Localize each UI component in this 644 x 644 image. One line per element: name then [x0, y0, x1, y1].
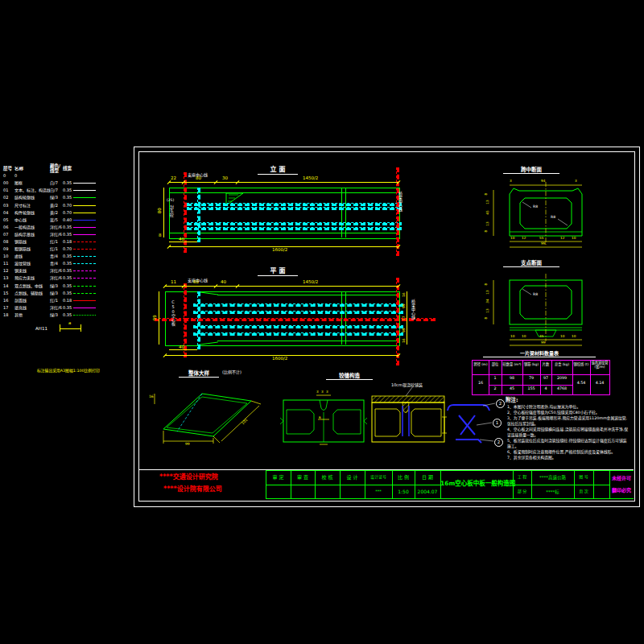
- layer-id: 15: [3, 291, 14, 295]
- dim-label: 3: [510, 180, 512, 183]
- dim-label: 99: [402, 328, 407, 332]
- dim-label: 94: [541, 180, 545, 183]
- material-table: 跨径 (m) 部位 砼数量 (m³) 钢筋 (kg) 片数 总重 (kg) 钢绞…: [472, 360, 610, 395]
- dim-label: 40: [179, 237, 184, 242]
- layer-id: 14: [3, 284, 14, 288]
- layer-color: 洋红/6: [50, 225, 63, 229]
- company-name-1: ****交通设计研究院: [159, 474, 218, 481]
- dim-sample-line: [60, 328, 80, 329]
- tendon-line: [187, 207, 402, 210]
- dim-label: 13: [486, 200, 489, 204]
- layer-name: 钢束线: [14, 269, 50, 273]
- layer-row[interactable]: 00 图框 白/7 0.35: [3, 180, 100, 187]
- layer-row[interactable]: 12 钢束线 洋红/6 0.35: [3, 267, 100, 275]
- layer-legend: 层号 名称 颜色/线型 线宽 0 0 00 图框 白/7: [3, 165, 100, 319]
- layer-name: 尺寸标注: [14, 204, 50, 208]
- tendon-line: [187, 227, 402, 230]
- layer-color: 青/4: [50, 254, 63, 258]
- layer-row[interactable]: 11 波纹管线 青/4 0.35: [3, 260, 100, 267]
- dim-label: 8: [485, 193, 488, 196]
- table-grid-line: [473, 374, 609, 375]
- layer-line-sample: [73, 278, 96, 279]
- dim-label: 8: [485, 317, 488, 320]
- layer-row[interactable]: 07 结构示意线 洋红/6 0.35: [3, 231, 100, 238]
- layer-weight: 0.40: [63, 218, 73, 222]
- layer-line-sample: [73, 183, 96, 184]
- notes-list: 1、本图尺寸除注明者外,均以厘米为单位。 2、空心板砼强度等级为C50,铰缝采用…: [507, 405, 630, 462]
- layer-line-sample: [73, 220, 96, 221]
- layer-row[interactable]: 16 剖面线 红/1 0.18: [3, 297, 100, 304]
- dim-label: 10: [522, 335, 526, 338]
- dim-line: [169, 182, 398, 183]
- layer-row[interactable]: 17 填充线 洋红/6 0.35: [3, 304, 100, 312]
- layer-name: 填充线: [14, 306, 50, 310]
- layer-color: 红/1: [50, 240, 63, 244]
- plan-edge-line: [217, 341, 398, 341]
- layer-weight: 0.35: [63, 291, 73, 295]
- layer-row[interactable]: 08 钢筋线 红/1 0.18: [3, 238, 100, 246]
- layer-color: 黄/2: [50, 211, 63, 215]
- layer-color: 洋红/6: [50, 306, 63, 310]
- layer-weight: 0.70: [63, 211, 73, 215]
- layer-row[interactable]: 02 结构轮廓线 绿/3 0.35: [3, 194, 100, 201]
- tb-copyright-1: 未经许可: [609, 476, 634, 481]
- layer-weight: 0.35: [63, 181, 73, 185]
- titleblock-grid: [513, 485, 609, 485]
- layer-line-sample: [73, 197, 96, 198]
- layer-row[interactable]: 06 一般构造线 洋红/6 0.35: [3, 224, 100, 231]
- layer-weight: 0.35: [63, 225, 73, 229]
- dim-label: 1600/2: [272, 357, 287, 361]
- layer-name: 波纹管线: [14, 262, 50, 266]
- titleblock-grid: [266, 485, 440, 485]
- table-cell: 97: [540, 377, 551, 381]
- slab-material-label: C50空心板: [171, 299, 175, 326]
- layer-line-sample: [73, 263, 96, 264]
- layer-id: 06: [3, 225, 14, 229]
- layer-row[interactable]: 15 点划线、辅助线 绿/3 0.35: [3, 290, 100, 297]
- dim-sample-label: a: [68, 321, 71, 326]
- dim-label: 16: [402, 338, 407, 343]
- dim-label: 8: [485, 230, 488, 233]
- dim-label: 3: [321, 390, 324, 394]
- layer-row[interactable]: 01 文本、标注、构造线 白/7 0.35: [3, 187, 100, 194]
- note-item: 7、其余详见各相关构造图。: [507, 456, 630, 461]
- layer-color: 红/1: [50, 299, 63, 303]
- layer-name: 结构示意线: [14, 233, 50, 237]
- layer-row[interactable]: 0 0: [3, 172, 100, 180]
- layer-row[interactable]: 14 双点划线、中线 绿/3 0.35: [3, 283, 100, 290]
- layer-row[interactable]: 05 中心线 蓝/5 0.40: [3, 217, 100, 224]
- layer-id: 01: [3, 188, 14, 192]
- joint-detail-cast: [366, 378, 447, 449]
- layer-row[interactable]: 13 预应力束线 洋红/6 0.35: [3, 275, 100, 282]
- table-grid-line: [489, 385, 572, 386]
- table-cell-span: 16: [473, 382, 489, 386]
- dim-label: 99: [402, 303, 407, 308]
- layer-row[interactable]: 04 构件轮廓线 黄/2 0.70: [3, 209, 100, 217]
- tb-scale-value: 1:50: [392, 489, 415, 495]
- void-edge-line: [193, 332, 403, 336]
- layer-row[interactable]: 09 粗钢筋线 红/1 0.70: [3, 246, 100, 253]
- note-item: 4、空心板之间采用铰缝横向连接,浇筑前应将接缝面凿毛并冲洗干净,保证连接质量一致…: [507, 427, 630, 438]
- legend-col-name: 名称: [14, 167, 50, 171]
- dim-label: 3: [326, 390, 328, 394]
- table-header: 总重 (kg): [551, 363, 572, 367]
- layer-line-sample: [73, 308, 96, 308]
- table-header: 钢筋 (kg): [522, 363, 540, 367]
- layer-name: 粗钢筋线: [14, 247, 50, 251]
- dim-label: 10: [572, 335, 576, 338]
- layer-row[interactable]: 18 其他 绿/3 0.35: [3, 312, 100, 319]
- layer-name: 一般构造线: [14, 225, 50, 229]
- table-cell: 155: [522, 387, 540, 391]
- layer-color: 绿/3: [50, 284, 63, 288]
- layer-row[interactable]: 03 尺寸标注 黄/2 0.70: [3, 201, 100, 208]
- tb-part-value: ****标: [531, 489, 574, 494]
- layer-name: 其他: [14, 313, 50, 317]
- layer-row[interactable]: 10 虚线 青/4 0.35: [3, 253, 100, 260]
- layer-weight: 0.70: [63, 204, 73, 208]
- void-edge-line: [193, 311, 403, 314]
- pavement-label: 10cm现浇砼铺装: [391, 383, 423, 387]
- tb-drawing-title: 16m空心板中板一般构造图: [440, 481, 513, 487]
- void-edge-line: [193, 303, 403, 307]
- tb-date-label: 日 期: [415, 475, 440, 481]
- plan-centerline: [155, 318, 436, 321]
